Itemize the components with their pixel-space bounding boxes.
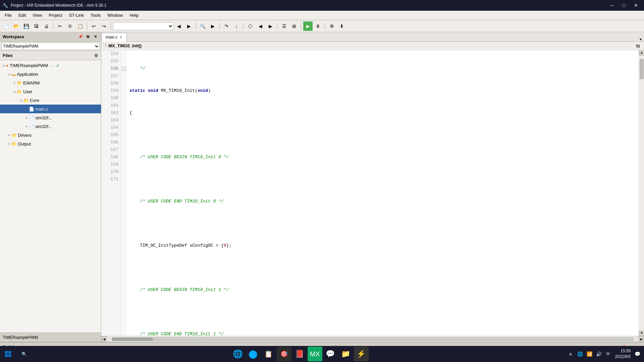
taskbar-app-iar[interactable]: ⚡ — [354, 347, 369, 361]
vscroll-up-button[interactable]: ▲ — [639, 50, 644, 56]
open-button[interactable]: 📂 — [11, 21, 21, 31]
build-group-button[interactable]: ⚙ — [327, 21, 336, 31]
pause-button[interactable]: ⏸ — [313, 21, 323, 31]
expand-icon-ewarm[interactable]: + — [12, 81, 17, 85]
expand-icon-application[interactable]: ▭ — [7, 72, 11, 76]
vscroll-track[interactable] — [639, 56, 644, 330]
tab-scroll-right[interactable]: ▼ — [637, 38, 644, 41]
tray-wifi[interactable]: 📶 — [585, 350, 593, 358]
copy-button[interactable]: ⎘ — [65, 21, 75, 31]
hscroll-track[interactable] — [112, 338, 633, 341]
hscroll-left-button[interactable]: ◀ — [101, 336, 107, 342]
taskbar-app-mx[interactable]: MX — [308, 347, 322, 361]
vscroll-down-button[interactable]: ▼ — [639, 330, 644, 336]
expand-icon-mainc[interactable]: + — [24, 107, 29, 111]
menu-help[interactable]: Help — [126, 11, 142, 20]
redo-button[interactable]: ↪ — [99, 21, 109, 31]
toggle-bp-button[interactable]: ⬡ — [246, 21, 255, 31]
tree-item-output[interactable]: + 📁 Output — [0, 139, 101, 148]
tab-close-mainc[interactable]: ✕ — [119, 35, 122, 40]
menu-edit[interactable]: Edit — [15, 11, 29, 20]
expand-icon-root[interactable]: ▭ — [1, 64, 6, 67]
menu-window[interactable]: Window — [104, 11, 126, 20]
step-into-button[interactable]: ↓ — [232, 21, 241, 31]
menu-file[interactable]: File — [1, 11, 15, 20]
minimize-button[interactable]: ─ — [606, 1, 617, 10]
nav-forward-button[interactable]: ▶ — [184, 21, 194, 31]
tree-item-drivers[interactable]: + 📁 Drivers — [0, 131, 101, 139]
code-line-159 — [129, 176, 639, 183]
search-button[interactable]: 🔍 — [198, 21, 207, 31]
view-a-button[interactable]: ☰ — [279, 21, 289, 31]
menu-stlink[interactable]: ST-Link — [66, 11, 87, 20]
close-button[interactable]: ✕ — [631, 1, 641, 10]
menu-tools[interactable]: Tools — [87, 11, 104, 20]
tree-item-ewarm[interactable]: + 📁 EWARM — [0, 78, 101, 87]
workspace-float-button[interactable]: ⧉ — [85, 34, 91, 40]
tray-up-arrow[interactable]: ∧ — [567, 350, 575, 358]
taskbar-clock[interactable]: 15:59 2022/8/5 — [615, 348, 631, 360]
nav-next-button[interactable]: ▶ — [266, 21, 275, 31]
tree-item-application[interactable]: ▭ ▬ Application — [0, 70, 101, 78]
tree-item-core[interactable]: ▭ 📁 Core — [0, 96, 101, 105]
expand-icon-core[interactable]: ▭ — [19, 99, 23, 102]
expand-icon-user[interactable]: ▭ — [12, 90, 17, 94]
code-editor[interactable]: 154 155 156 157 158 159 160 161 162 163 … — [101, 50, 644, 336]
tree-item-user[interactable]: ▭ 📁 User — [0, 87, 101, 96]
step-over-button[interactable]: ↷ — [222, 21, 231, 31]
tree-item-stm32f1[interactable]: + 📄 stm32f... — [0, 113, 101, 122]
tray-notification[interactable]: 💬 — [633, 350, 641, 358]
run-button[interactable]: ▶ — [303, 21, 313, 31]
line-169: 169 — [101, 161, 120, 168]
expand-icon-stm32f2[interactable]: + — [24, 125, 29, 128]
taskbar-app-ie[interactable]: 🌐 — [230, 347, 245, 361]
expand-icon-drivers[interactable]: + — [7, 133, 11, 137]
taskbar-app-acrobat[interactable]: 📕 — [292, 347, 307, 361]
menu-project[interactable]: Project — [45, 11, 65, 20]
expand-icon-output[interactable]: + — [7, 142, 11, 146]
tree-item-mainc[interactable]: + 📄 main.c — [0, 105, 101, 113]
expand-icon-stm32f1[interactable]: + — [24, 116, 29, 120]
new-file-button[interactable]: 📄 — [1, 21, 11, 31]
workspace-pin-button[interactable]: 📌 — [77, 34, 84, 40]
taskbar-app-browser[interactable]: ⬤ — [246, 347, 261, 361]
workspace-close-button[interactable]: ✕ — [92, 34, 98, 40]
save-all-button[interactable]: 🖫 — [32, 21, 41, 31]
print-button[interactable]: 🖨 — [42, 21, 51, 31]
fold-box-156[interactable]: - — [122, 67, 126, 71]
editor-tab-mainc[interactable]: main.c ✕ — [101, 33, 127, 42]
menu-view[interactable]: View — [29, 11, 45, 20]
paste-button[interactable]: 📋 — [75, 21, 85, 31]
taskbar-app-wechat[interactable]: 💬 — [323, 347, 338, 361]
undo-button[interactable]: ↩ — [89, 21, 99, 31]
tree-item-root[interactable]: ▭ ● TIMERsamplePWM - ... ✓ — [0, 61, 101, 70]
nav-prev-button[interactable]: ◀ — [256, 21, 265, 31]
tray-volume[interactable]: 🔊 — [595, 350, 603, 358]
view-b-button[interactable]: ⊞ — [289, 21, 299, 31]
tray-network[interactable]: 🌐 — [576, 350, 584, 358]
taskbar-search[interactable]: 🔍 — [16, 346, 32, 362]
editor-hscrollbar[interactable]: ◀ ▶ — [101, 336, 644, 342]
vscroll-thumb[interactable] — [640, 59, 644, 79]
hscroll-right-button[interactable]: ▶ — [639, 336, 644, 342]
maximize-button[interactable]: □ — [619, 1, 629, 10]
editor-vscrollbar[interactable]: ▲ ▼ — [639, 50, 644, 336]
download-button[interactable]: ⬇ — [337, 21, 346, 31]
taskbar-app-app2[interactable]: 🎯 — [277, 347, 291, 361]
nav-back-button[interactable]: ◀ — [174, 21, 183, 31]
taskbar-app-files[interactable]: 📁 — [338, 347, 353, 361]
hscroll-thumb[interactable] — [112, 338, 153, 341]
taskbar-app-app1[interactable]: 📋 — [261, 347, 276, 361]
save-button[interactable]: 💾 — [21, 21, 31, 31]
tree-item-stm32f2[interactable]: + 📄 stm32f... — [0, 122, 101, 131]
code-content[interactable]: */ static void MX_TIM10_Init(void) { /* … — [127, 50, 639, 336]
fold-all-icon[interactable]: f() — [635, 44, 641, 48]
start-button[interactable] — [0, 346, 16, 362]
settings-icon[interactable]: ⚙ — [94, 53, 98, 58]
config-dropdown[interactable] — [113, 22, 173, 30]
tray-ime-cn[interactable]: 中 — [604, 350, 612, 358]
workspace-project-select[interactable]: TIMERsamplePWM — [1, 43, 100, 50]
cut-button[interactable]: ✂ — [55, 21, 65, 31]
zoom-out-button[interactable]: ▶ — [208, 21, 217, 31]
fold-156[interactable]: - — [121, 65, 126, 72]
